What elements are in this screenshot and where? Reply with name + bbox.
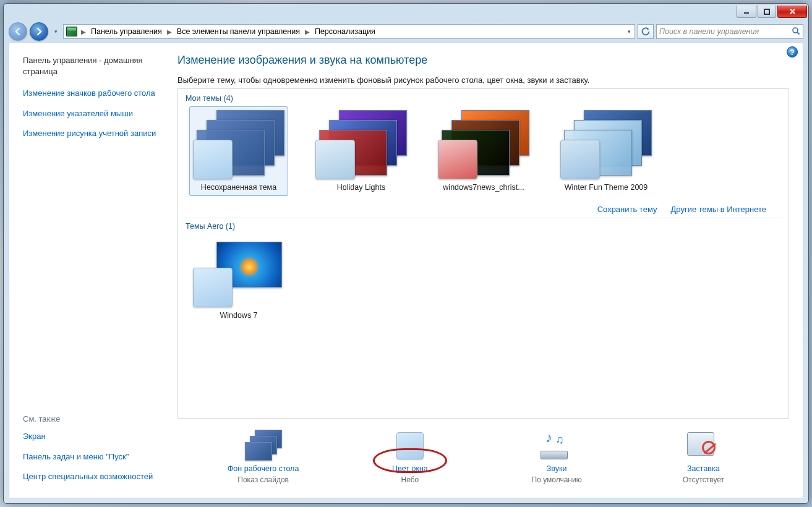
breadcrumb-seg-1[interactable]: Панель управления [90,26,163,37]
window-color-link[interactable]: Цвет окна [392,464,428,473]
group-my-themes: Мои темы (4) [184,92,782,105]
refresh-button[interactable] [638,24,654,39]
theme-preview [560,110,652,179]
window-color-swatch [315,140,355,179]
search-placeholder: Поиск в панели управления [659,27,759,36]
chevron-right-icon[interactable]: ▶ [79,28,88,35]
screensaver-icon [683,430,723,462]
theme-label: windows7news_christ... [443,183,524,192]
window-color-value: Небо [401,475,419,484]
theme-label: Holiday Lights [337,183,386,192]
theme-unsaved[interactable]: Несохраненная тема [189,106,288,196]
sounds-icon: ♪♫ [537,430,576,462]
window-color-swatch [438,140,477,179]
address-dropdown[interactable]: ▾ [626,28,632,35]
sidebar-link-display[interactable]: Экран [23,431,156,442]
theme-preview [193,110,284,179]
sidebar-link-ease-of-access[interactable]: Центр специальных возможностей [23,471,156,482]
screensaver-value: Отсутствует [683,475,724,484]
theme-label: Несохраненная тема [201,183,276,192]
sidebar-link-taskbar[interactable]: Панель задач и меню "Пуск" [23,451,156,462]
window-color-swatch [560,140,600,179]
breadcrumb-seg-2[interactable]: Все элементы панели управления [176,26,301,37]
page-subtitle: Выберите тему, чтобы одновременно измени… [177,75,789,85]
desktop-background-icon [244,430,283,462]
sidebar: Панель управления - домашняя страница Из… [9,43,164,498]
nav-forward-button[interactable] [30,22,48,41]
titlebar[interactable] [4,4,808,21]
sounds-setting[interactable]: ♪♫ Звуки По умолчанию [489,430,625,484]
online-themes-link[interactable]: Другие темы в Интернете [671,205,767,214]
sidebar-link-mouse-pointers[interactable]: Изменение указателей мыши [23,108,156,119]
client-area: Панель управления - домашняя страница Из… [9,42,803,498]
sounds-link[interactable]: Звуки [547,464,567,473]
breadcrumb-seg-3[interactable]: Персонализация [314,26,377,37]
chevron-right-icon[interactable]: ▶ [302,28,312,35]
sounds-value: По умолчанию [532,475,582,484]
save-theme-link[interactable]: Сохранить тему [597,205,657,214]
sidebar-home-link[interactable]: Панель управления - домашняя страница [23,55,156,77]
chevron-right-icon[interactable]: ▶ [165,28,174,35]
navigation-toolbar: ▾ ▶ Панель управления ▶ Все элементы пан… [4,21,808,42]
sidebar-see-also-header: См. также [23,414,156,424]
divider [184,218,782,218]
close-button[interactable] [777,6,807,18]
theme-label: Windows 7 [220,311,257,320]
sidebar-link-desktop-icons[interactable]: Изменение значков рабочего стола [23,88,156,99]
screensaver-link[interactable]: Заставка [687,464,720,473]
theme-christmas[interactable]: windows7news_christ... [434,106,533,196]
window-color-setting[interactable]: Цвет окна Небо [342,430,478,484]
nav-back-button[interactable] [9,22,27,41]
search-icon[interactable] [792,27,800,37]
screensaver-setting[interactable]: Заставка Отсутствует [635,430,771,484]
theme-preview [193,238,284,307]
desktop-background-value: Показ слайдов [237,475,289,484]
window-color-swatch [193,140,233,179]
page-title: Изменение изображения и звука на компьют… [177,54,789,67]
window-color-swatch [193,268,233,307]
themes-panel: Мои темы (4) Несохраненная тема [177,88,789,419]
nav-history-dropdown[interactable]: ▾ [51,25,61,38]
window-color-icon [390,430,430,462]
maximize-button[interactable] [758,6,776,18]
help-icon[interactable]: ? [787,46,798,58]
theme-windows7[interactable]: Windows 7 [189,234,288,324]
search-input[interactable]: Поиск в панели управления [656,24,803,39]
svg-point-2 [793,28,798,33]
bottom-settings-row: Фон рабочего стола Показ слайдов Цвет ок… [177,419,789,490]
theme-holiday-lights[interactable]: Holiday Lights [312,106,411,196]
theme-preview [315,110,407,179]
themes-scroll[interactable]: Мои темы (4) Несохраненная тема [178,89,788,418]
svg-rect-1 [764,9,769,14]
control-panel-window: ▾ ▶ Панель управления ▶ Все элементы пан… [3,3,809,504]
theme-winter-fun[interactable]: Winter Fun Theme 2009 [557,106,656,196]
theme-label: Winter Fun Theme 2009 [565,183,648,192]
minimize-button[interactable] [737,6,756,18]
control-panel-icon [66,27,77,36]
content-area: ? Изменение изображения и звука на компь… [164,43,803,498]
theme-preview [438,110,529,179]
group-aero-themes: Темы Aero (1) [184,219,782,233]
desktop-background-setting[interactable]: Фон рабочего стола Показ слайдов [195,430,331,484]
sidebar-link-account-picture[interactable]: Изменение рисунка учетной записи [23,128,156,139]
address-bar[interactable]: ▶ Панель управления ▶ Все элементы панел… [63,24,635,39]
svg-rect-0 [744,12,749,14]
desktop-background-link[interactable]: Фон рабочего стола [228,464,299,473]
